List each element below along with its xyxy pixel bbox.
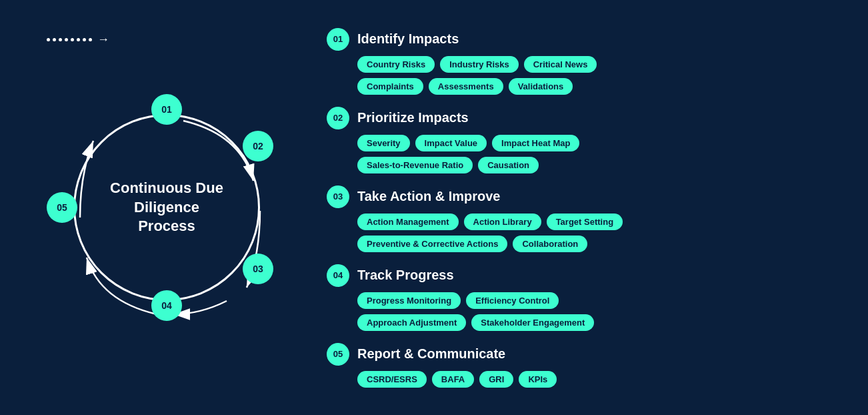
tag-item[interactable]: Country Risks (357, 56, 435, 73)
section-header-01: 01Identify Impacts (327, 28, 841, 51)
section-title-01: Identify Impacts (357, 31, 459, 47)
node-03: 03 (243, 254, 273, 284)
node-02: 02 (243, 131, 273, 161)
tag-item[interactable]: GRI (479, 371, 513, 388)
section-number-02: 02 (327, 107, 349, 129)
section-number-04: 04 (327, 264, 349, 287)
section-header-02: 02Prioritize Impacts (327, 107, 841, 129)
tags-row2-01: ComplaintsAssessmentsValidations (327, 78, 841, 95)
section-number-05: 05 (327, 343, 349, 366)
tag-item[interactable]: BAFA (432, 371, 474, 388)
tag-item[interactable]: Causation (478, 157, 539, 173)
tags-row2-03: Preventive & Corrective ActionsCollabora… (327, 236, 841, 252)
right-panel: 01Identify ImpactsCountry RisksIndustry … (307, 28, 841, 388)
tag-item[interactable]: Target Setting (547, 214, 623, 230)
tag-item[interactable]: Impact Heat Map (492, 135, 579, 151)
tag-item[interactable]: Stakeholder Engagement (471, 314, 594, 331)
tag-item[interactable]: Validations (509, 78, 573, 95)
section-number-03: 03 (327, 185, 349, 208)
tag-item[interactable]: Assessments (429, 78, 503, 95)
tag-item[interactable]: Complaints (357, 78, 423, 95)
tag-item[interactable]: Critical News (524, 56, 597, 73)
section-title-04: Track Progress (357, 268, 454, 283)
section-header-03: 03Take Action & Improve (327, 185, 841, 208)
tag-item[interactable]: Efficiency Control (466, 292, 559, 309)
tags-row1-02: SeverityImpact ValueImpact Heat Map (327, 135, 841, 151)
section-title-03: Take Action & Improve (357, 189, 501, 204)
section-05: 05Report & CommunicateCSRD/ESRSBAFAGRIKP… (327, 343, 841, 388)
section-header-04: 04Track Progress (327, 264, 841, 287)
tags-row1-05: CSRD/ESRSBAFAGRIKPIs (327, 371, 841, 388)
tag-item[interactable]: KPIs (519, 371, 557, 388)
tags-row2-02: Sales-to-Revenue RatioCausation (327, 157, 841, 173)
tags-row1-03: Action ManagementAction LibraryTarget Se… (327, 214, 841, 230)
tags-row1-04: Progress MonitoringEfficiency Control (327, 292, 841, 309)
section-04: 04Track ProgressProgress MonitoringEffic… (327, 264, 841, 331)
main-container: → Contin (0, 0, 868, 415)
node-04: 04 (151, 290, 182, 321)
tag-item[interactable]: Severity (357, 135, 410, 151)
tags-row1-01: Country RisksIndustry RisksCritical News (327, 56, 841, 73)
node-05: 05 (47, 192, 77, 223)
tag-item[interactable]: Collaboration (513, 236, 587, 252)
section-header-05: 05Report & Communicate (327, 343, 841, 366)
section-number-01: 01 (327, 28, 349, 51)
tag-item[interactable]: Industry Risks (440, 56, 519, 73)
dotted-arrow: → (47, 33, 109, 47)
tag-item[interactable]: Impact Value (415, 135, 487, 151)
tag-item[interactable]: Preventive & Corrective Actions (357, 236, 507, 252)
circle-center-text: Continuous Due Diligence Process (107, 179, 227, 236)
tags-row2-04: Approach AdjustmentStakeholder Engagemen… (327, 314, 841, 331)
circle-diagram: Continuous Due Diligence Process 01 02 0… (53, 94, 280, 321)
section-02: 02Prioritize ImpactsSeverityImpact Value… (327, 107, 841, 173)
section-title-02: Prioritize Impacts (357, 110, 469, 125)
tag-item[interactable]: Approach Adjustment (357, 314, 466, 331)
tag-item[interactable]: CSRD/ESRS (357, 371, 427, 388)
section-01: 01Identify ImpactsCountry RisksIndustry … (327, 28, 841, 95)
section-03: 03Take Action & ImproveAction Management… (327, 185, 841, 252)
node-01: 01 (151, 94, 182, 125)
section-title-05: Report & Communicate (357, 346, 505, 362)
diagram-panel: → Contin (27, 14, 307, 401)
tag-item[interactable]: Sales-to-Revenue Ratio (357, 157, 473, 173)
tag-item[interactable]: Action Library (464, 214, 541, 230)
tag-item[interactable]: Action Management (357, 214, 459, 230)
tag-item[interactable]: Progress Monitoring (357, 292, 461, 309)
